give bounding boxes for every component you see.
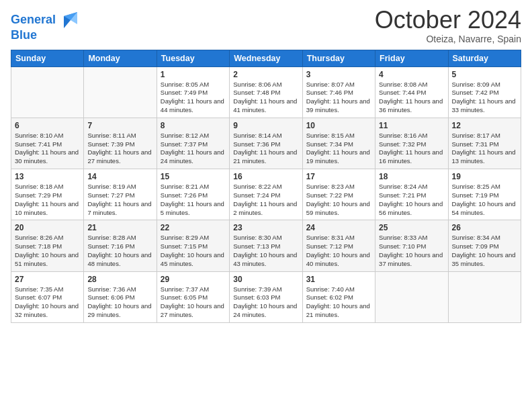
table-row: 5Sunrise: 8:09 AM Sunset: 7:42 PM Daylig… <box>448 66 521 118</box>
day-number: 14 <box>87 172 152 181</box>
location-subtitle: Oteiza, Navarre, Spain <box>375 34 521 44</box>
table-row: 20Sunrise: 8:26 AM Sunset: 7:18 PM Dayli… <box>11 220 84 271</box>
cell-details: Sunrise: 8:30 AM Sunset: 7:13 PM Dayligh… <box>233 234 298 268</box>
calendar-week-1: 1Sunrise: 8:05 AM Sunset: 7:49 PM Daylig… <box>11 66 521 118</box>
table-row: 31Sunrise: 7:40 AM Sunset: 6:02 PM Dayli… <box>302 271 375 322</box>
table-row: 4Sunrise: 8:08 AM Sunset: 7:44 PM Daylig… <box>375 66 448 118</box>
table-row <box>11 66 84 118</box>
day-number: 29 <box>161 275 226 284</box>
day-number: 7 <box>87 121 152 130</box>
day-number: 13 <box>15 172 80 181</box>
table-row: 22Sunrise: 8:29 AM Sunset: 7:15 PM Dayli… <box>157 220 229 271</box>
cell-details: Sunrise: 7:40 AM Sunset: 6:02 PM Dayligh… <box>306 285 371 320</box>
cell-details: Sunrise: 8:12 AM Sunset: 7:37 PM Dayligh… <box>161 132 226 166</box>
table-row: 26Sunrise: 8:34 AM Sunset: 7:09 PM Dayli… <box>448 220 521 271</box>
day-number: 6 <box>15 121 80 130</box>
table-row <box>375 271 448 322</box>
table-row: 8Sunrise: 8:12 AM Sunset: 7:37 PM Daylig… <box>157 118 229 169</box>
cell-details: Sunrise: 7:37 AM Sunset: 6:05 PM Dayligh… <box>161 285 226 320</box>
table-row: 7Sunrise: 8:11 AM Sunset: 7:39 PM Daylig… <box>84 118 157 169</box>
calendar-header-row: Sunday Monday Tuesday Wednesday Thursday… <box>11 50 521 66</box>
cell-details: Sunrise: 8:15 AM Sunset: 7:34 PM Dayligh… <box>306 132 371 166</box>
col-friday: Friday <box>375 50 448 66</box>
day-number: 18 <box>379 172 444 181</box>
col-tuesday: Tuesday <box>157 50 229 66</box>
table-row: 30Sunrise: 7:39 AM Sunset: 6:03 PM Dayli… <box>230 271 302 322</box>
day-number: 9 <box>233 121 298 130</box>
day-number: 5 <box>452 70 517 79</box>
table-row: 3Sunrise: 8:07 AM Sunset: 7:46 PM Daylig… <box>302 66 375 118</box>
day-number: 27 <box>15 275 80 284</box>
table-row: 13Sunrise: 8:18 AM Sunset: 7:29 PM Dayli… <box>11 169 84 220</box>
table-row: 1Sunrise: 8:05 AM Sunset: 7:49 PM Daylig… <box>157 66 229 118</box>
table-row: 21Sunrise: 8:28 AM Sunset: 7:16 PM Dayli… <box>84 220 157 271</box>
col-thursday: Thursday <box>302 50 375 66</box>
day-number: 8 <box>161 121 226 130</box>
day-number: 21 <box>87 223 152 232</box>
cell-details: Sunrise: 8:06 AM Sunset: 7:48 PM Dayligh… <box>233 81 298 115</box>
calendar-week-4: 20Sunrise: 8:26 AM Sunset: 7:18 PM Dayli… <box>11 220 521 271</box>
day-number: 19 <box>452 172 517 181</box>
day-number: 1 <box>161 70 226 79</box>
cell-details: Sunrise: 8:19 AM Sunset: 7:27 PM Dayligh… <box>87 183 152 217</box>
table-row: 28Sunrise: 7:36 AM Sunset: 6:06 PM Dayli… <box>84 271 157 322</box>
day-number: 23 <box>233 223 298 232</box>
cell-details: Sunrise: 8:31 AM Sunset: 7:12 PM Dayligh… <box>306 234 371 268</box>
day-number: 16 <box>233 172 298 181</box>
col-wednesday: Wednesday <box>230 50 302 66</box>
day-number: 26 <box>452 223 517 232</box>
table-row: 2Sunrise: 8:06 AM Sunset: 7:48 PM Daylig… <box>230 66 302 118</box>
col-sunday: Sunday <box>11 50 84 66</box>
cell-details: Sunrise: 8:17 AM Sunset: 7:31 PM Dayligh… <box>452 132 517 166</box>
cell-details: Sunrise: 7:36 AM Sunset: 6:06 PM Dayligh… <box>87 285 152 320</box>
day-number: 3 <box>306 70 371 79</box>
cell-details: Sunrise: 8:08 AM Sunset: 7:44 PM Dayligh… <box>379 81 444 115</box>
cell-details: Sunrise: 8:24 AM Sunset: 7:21 PM Dayligh… <box>379 183 444 217</box>
table-row: 27Sunrise: 7:35 AM Sunset: 6:07 PM Dayli… <box>11 271 84 322</box>
cell-details: Sunrise: 7:35 AM Sunset: 6:07 PM Dayligh… <box>15 285 80 320</box>
logo-text: General <box>11 13 56 27</box>
day-number: 2 <box>233 70 298 79</box>
day-number: 30 <box>233 275 298 284</box>
col-saturday: Saturday <box>448 50 521 66</box>
day-number: 28 <box>87 275 152 284</box>
day-number: 17 <box>306 172 371 181</box>
table-row: 15Sunrise: 8:21 AM Sunset: 7:26 PM Dayli… <box>157 169 229 220</box>
col-monday: Monday <box>84 50 157 66</box>
cell-details: Sunrise: 8:22 AM Sunset: 7:24 PM Dayligh… <box>233 183 298 217</box>
cell-details: Sunrise: 8:14 AM Sunset: 7:36 PM Dayligh… <box>233 132 298 166</box>
cell-details: Sunrise: 8:11 AM Sunset: 7:39 PM Dayligh… <box>87 132 152 166</box>
cell-details: Sunrise: 8:28 AM Sunset: 7:16 PM Dayligh… <box>87 234 152 268</box>
table-row: 14Sunrise: 8:19 AM Sunset: 7:27 PM Dayli… <box>84 169 157 220</box>
cell-details: Sunrise: 8:23 AM Sunset: 7:22 PM Dayligh… <box>306 183 371 217</box>
table-row: 17Sunrise: 8:23 AM Sunset: 7:22 PM Dayli… <box>302 169 375 220</box>
day-number: 25 <box>379 223 444 232</box>
day-number: 24 <box>306 223 371 232</box>
calendar-week-2: 6Sunrise: 8:10 AM Sunset: 7:41 PM Daylig… <box>11 118 521 169</box>
table-row: 18Sunrise: 8:24 AM Sunset: 7:21 PM Dayli… <box>375 169 448 220</box>
table-row: 9Sunrise: 8:14 AM Sunset: 7:36 PM Daylig… <box>230 118 302 169</box>
day-number: 10 <box>306 121 371 130</box>
day-number: 20 <box>15 223 80 232</box>
cell-details: Sunrise: 8:16 AM Sunset: 7:32 PM Dayligh… <box>379 132 444 166</box>
day-number: 31 <box>306 275 371 284</box>
table-row: 23Sunrise: 8:30 AM Sunset: 7:13 PM Dayli… <box>230 220 302 271</box>
table-row: 24Sunrise: 8:31 AM Sunset: 7:12 PM Dayli… <box>302 220 375 271</box>
table-row: 25Sunrise: 8:33 AM Sunset: 7:10 PM Dayli… <box>375 220 448 271</box>
table-row: 12Sunrise: 8:17 AM Sunset: 7:31 PM Dayli… <box>448 118 521 169</box>
page: General Blue October 2024 Oteiza, Navarr… <box>0 0 532 411</box>
cell-details: Sunrise: 7:39 AM Sunset: 6:03 PM Dayligh… <box>233 285 298 320</box>
calendar-table: Sunday Monday Tuesday Wednesday Thursday… <box>11 50 521 323</box>
cell-details: Sunrise: 8:09 AM Sunset: 7:42 PM Dayligh… <box>452 81 517 115</box>
cell-details: Sunrise: 8:26 AM Sunset: 7:18 PM Dayligh… <box>15 234 80 268</box>
cell-details: Sunrise: 8:18 AM Sunset: 7:29 PM Dayligh… <box>15 183 80 217</box>
table-row: 29Sunrise: 7:37 AM Sunset: 6:05 PM Dayli… <box>157 271 229 322</box>
table-row: 16Sunrise: 8:22 AM Sunset: 7:24 PM Dayli… <box>230 169 302 220</box>
header: General Blue October 2024 Oteiza, Navarr… <box>11 7 521 44</box>
title-block: October 2024 Oteiza, Navarre, Spain <box>375 7 521 44</box>
cell-details: Sunrise: 8:21 AM Sunset: 7:26 PM Dayligh… <box>161 183 226 217</box>
logo: General Blue <box>11 9 80 42</box>
day-number: 4 <box>379 70 444 79</box>
day-number: 11 <box>379 121 444 130</box>
cell-details: Sunrise: 8:29 AM Sunset: 7:15 PM Dayligh… <box>161 234 226 268</box>
